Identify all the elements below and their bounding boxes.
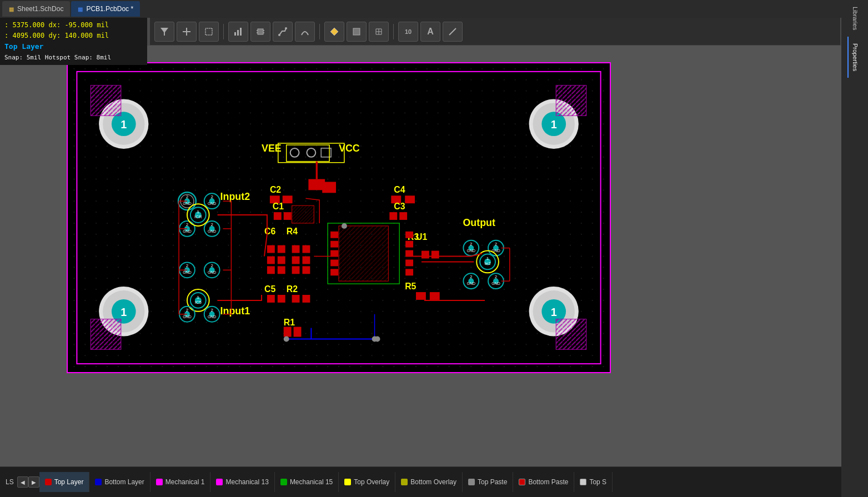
layer-tab-mechanical-1[interactable]: Mechanical 1 <box>150 472 211 492</box>
bottom-paste-color <box>519 479 525 485</box>
svg-point-181 <box>342 223 347 229</box>
svg-text:C5: C5 <box>264 284 275 294</box>
svg-text:C4: C4 <box>394 185 405 194</box>
layer-nav-next[interactable]: ▶ <box>28 476 39 488</box>
svg-point-195 <box>372 336 378 342</box>
tab-pcb[interactable]: ▦ PCB1.PcbDoc * <box>71 1 140 17</box>
text-button[interactable]: A <box>420 22 440 42</box>
toolbar-sep-3 <box>393 24 394 39</box>
y-coord: : 4095.000 <box>4 32 44 39</box>
top-layer-label: Top Layer <box>54 478 84 486</box>
svg-rect-97 <box>302 266 310 274</box>
title-bar: ▦ Sheet1.SchDoc ▦ PCB1.PcbDoc * <box>0 0 868 18</box>
via-button[interactable] <box>347 22 367 42</box>
svg-rect-95 <box>302 257 310 264</box>
bottom-overlay-color <box>401 479 408 485</box>
svg-text:R2: R2 <box>287 284 298 294</box>
svg-text:C1: C1 <box>273 202 284 211</box>
route-button[interactable] <box>273 22 293 42</box>
properties-tab[interactable]: Properties <box>847 37 862 78</box>
polygon-button[interactable] <box>369 22 389 42</box>
component-button[interactable] <box>250 22 270 42</box>
layer-tab-top-overlay[interactable]: Top Overlay <box>339 472 395 492</box>
svg-text:Input2: Input2 <box>220 191 250 202</box>
svg-text:1: 1 <box>551 306 557 318</box>
top-s-label: Top S <box>589 478 606 486</box>
svg-rect-77 <box>330 250 338 257</box>
svg-rect-84 <box>405 269 413 275</box>
pcb-canvas[interactable]: 1 1 1 <box>0 46 841 466</box>
filter-button[interactable] <box>154 22 174 42</box>
top-overlay-label: Top Overlay <box>354 478 389 486</box>
svg-rect-91 <box>278 266 285 274</box>
pad-button[interactable] <box>324 22 344 42</box>
svg-rect-107 <box>292 295 300 303</box>
coord-panel: : 5375.000 dx: -95.000 mil : 4095.000 dy… <box>0 18 147 65</box>
bottom-overlay-label: Bottom Overlay <box>410 478 456 486</box>
layer-nav-prev[interactable]: ◀ <box>17 476 28 488</box>
svg-line-16 <box>449 28 456 35</box>
layer-tab-top-paste[interactable]: Top Paste <box>463 472 513 492</box>
svg-text:R5: R5 <box>405 282 416 291</box>
svg-rect-54 <box>322 182 336 193</box>
layer-tab-mechanical-15[interactable]: Mechanical 15 <box>275 472 339 492</box>
svg-text:C2: C2 <box>270 185 281 194</box>
svg-text:2: 2 <box>470 242 473 247</box>
mechanical-13-color <box>216 479 223 485</box>
layer-tab-mechanical-13[interactable]: Mechanical 13 <box>210 472 274 492</box>
svg-rect-82 <box>405 250 413 257</box>
tab-schematic[interactable]: ▦ Sheet1.SchDoc <box>2 1 70 17</box>
svg-text:1: 1 <box>197 295 200 300</box>
svg-text:GND: GND <box>183 229 191 233</box>
drc-label: 10 <box>405 28 412 35</box>
svg-text:2: 2 <box>210 263 213 268</box>
mechanical-1-label: Mechanical 1 <box>165 478 205 486</box>
svg-rect-73 <box>339 226 388 281</box>
arc-button[interactable] <box>295 22 315 42</box>
drc-button[interactable]: 10 <box>398 22 418 42</box>
svg-text:1: 1 <box>197 209 200 214</box>
layer-tabs: LS ◀ ▶ Top Layer Bottom Layer Mechanical… <box>0 466 841 497</box>
select-button[interactable] <box>199 22 219 42</box>
svg-text:1: 1 <box>121 306 127 318</box>
svg-rect-63 <box>284 212 292 220</box>
svg-text:GND: GND <box>208 270 216 274</box>
svg-rect-102 <box>430 292 440 300</box>
toolbar-sep-2 <box>319 24 320 39</box>
svg-text:GND: GND <box>467 249 475 253</box>
chart-button[interactable] <box>228 22 248 42</box>
tab-pcb-label: PCB1.PcbDoc * <box>86 5 133 13</box>
svg-rect-31 <box>556 86 586 116</box>
layer-tab-bottom-paste[interactable]: Bottom Paste <box>513 472 574 492</box>
dx-coord: dx: -95.000 mil <box>48 21 108 29</box>
pcb-icon: ▦ <box>78 6 83 12</box>
libraries-label: Libraries <box>852 7 859 30</box>
svg-rect-80 <box>405 232 413 238</box>
svg-text:GND: GND <box>183 202 191 205</box>
add-component-button[interactable] <box>177 22 197 42</box>
dy-coord: dy: 140.000 mil <box>48 32 108 39</box>
layer-tab-top-s[interactable]: Top S <box>574 472 613 492</box>
svg-rect-83 <box>405 259 413 266</box>
layer-tab-top-layer[interactable]: Top Layer <box>39 472 90 492</box>
svg-rect-57 <box>283 195 293 203</box>
line-button[interactable] <box>443 22 463 42</box>
svg-rect-111 <box>294 327 302 337</box>
svg-text:GND: GND <box>183 315 191 319</box>
schematic-icon: ▦ <box>9 6 14 12</box>
libraries-tab[interactable]: Libraries <box>847 0 862 37</box>
svg-text:2: 2 <box>210 194 213 199</box>
pcb-board[interactable]: 1 1 1 <box>67 62 611 373</box>
svg-rect-96 <box>292 266 300 274</box>
svg-rect-90 <box>267 266 275 274</box>
layer-tab-bottom-layer[interactable]: Bottom Layer <box>89 472 150 492</box>
mechanical-13-label: Mechanical 13 <box>225 478 268 486</box>
layer-tab-bottom-overlay[interactable]: Bottom Overlay <box>395 472 463 492</box>
x-coord: : 5375.000 <box>4 21 44 29</box>
svg-rect-3 <box>205 28 212 35</box>
svg-text:GND: GND <box>491 282 500 285</box>
top-paste-color <box>468 479 475 485</box>
svg-rect-67 <box>389 212 397 220</box>
svg-point-13 <box>285 27 287 29</box>
mechanical-15-label: Mechanical 15 <box>290 478 333 486</box>
